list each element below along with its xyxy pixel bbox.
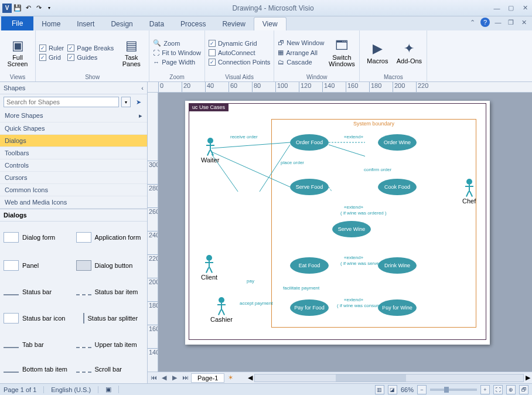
title-bar: V 💾 ↶ ↷ ▾ Drawing4 - Microsoft Visio — ▢… [0, 0, 532, 16]
page-first-icon[interactable]: ⏮ [149, 374, 158, 382]
tab-view[interactable]: View [254, 17, 287, 30]
ribbon-minimize-icon[interactable]: ⌃ [468, 18, 477, 27]
pan-zoom-icon[interactable]: ⊕ [506, 385, 516, 394]
page-tab-1[interactable]: Page-1 [191, 373, 224, 383]
shape-tab-bar[interactable]: Tab bar [2, 333, 73, 356]
autoconnect-checkbox[interactable]: AutoConnect [209, 49, 270, 56]
close-button[interactable]: ✕ [520, 4, 530, 13]
zoom-out-icon[interactable]: − [417, 385, 427, 394]
fit-page-icon[interactable]: ⛶ [493, 385, 503, 394]
shape-status-bar-item[interactable]: Status bar item [75, 280, 145, 304]
macros-button[interactable]: ▶ Macros [363, 32, 391, 73]
cascade-button[interactable]: 🗂Cascade [278, 59, 324, 66]
drawing-page[interactable]: uc Use Cases System boundary [185, 101, 490, 345]
zoom-slider[interactable] [430, 389, 477, 391]
arrange-all-button[interactable]: ▦Arrange All [278, 49, 324, 56]
usecase-order-wine[interactable]: Order Wine [378, 134, 417, 151]
shape-upper-tab-item[interactable]: Upper tab item [75, 333, 145, 356]
minimize-button[interactable]: — [492, 4, 502, 13]
new-window-button[interactable]: 🗗New Window [278, 39, 324, 46]
page-prev-icon[interactable]: ◀ [159, 374, 169, 382]
save-icon[interactable]: 💾 [13, 4, 22, 13]
redo-icon[interactable]: ↷ [34, 4, 43, 13]
presentation-mode-icon[interactable]: ▥ [375, 385, 384, 394]
page-view-icon[interactable]: ◪ [388, 385, 397, 394]
mdi-minimize-icon[interactable]: — [493, 18, 503, 27]
shape-thumb-icon [76, 294, 91, 295]
zoom-button[interactable]: 🔍Zoom [153, 39, 201, 47]
category-cursors[interactable]: Cursors [0, 172, 147, 184]
shape-thumb-icon [76, 372, 91, 373]
shape-status-bar[interactable]: Status bar [2, 280, 73, 304]
page-width-button[interactable]: ↔Page Width [153, 59, 201, 66]
category-common-icons[interactable]: Common Icons [0, 184, 147, 196]
search-dropdown-icon[interactable]: ▾ [121, 97, 131, 107]
page-next-icon[interactable]: ▶ [170, 374, 179, 382]
shape-dialog-form[interactable]: Dialog form [2, 224, 73, 251]
actor-client[interactable]: Client [201, 255, 217, 281]
switch-window-icon[interactable]: 🗗 [519, 385, 528, 394]
usecase-eat-food[interactable]: Eat Food [290, 257, 329, 274]
usecase-serve-food[interactable]: Serve Food [290, 179, 329, 195]
tab-data[interactable]: Data [141, 18, 172, 30]
tab-design[interactable]: Design [103, 18, 141, 30]
help-icon[interactable]: ? [480, 18, 490, 27]
category-web-and-media-icons[interactable]: Web and Media Icons [0, 196, 147, 209]
search-go-icon[interactable]: ➤ [133, 97, 144, 107]
shape-panel[interactable]: Panel [2, 252, 73, 279]
category-more-shapes[interactable]: More Shapes▸ [0, 110, 147, 122]
dynamic-grid-checkbox[interactable]: ✓Dynamic Grid [209, 40, 270, 47]
tab-home[interactable]: Home [33, 18, 69, 30]
undo-icon[interactable]: ↶ [23, 4, 33, 13]
new-page-icon[interactable]: ✶ [228, 374, 233, 382]
grid-checkbox[interactable]: ✓Grid [39, 54, 64, 61]
usecase-serve-wine[interactable]: Serve Wine [332, 221, 371, 237]
shape-application-form[interactable]: Application form [75, 224, 145, 251]
actor-cashier[interactable]: Cashier [210, 297, 233, 323]
search-shapes-input[interactable] [4, 97, 119, 107]
shape-thumb-icon [76, 232, 91, 243]
qat-customize-icon[interactable]: ▾ [45, 4, 54, 13]
guides-checkbox[interactable]: ✓Guides [67, 54, 114, 61]
zoom-level[interactable]: 66% [401, 386, 414, 393]
tab-file[interactable]: File [1, 16, 33, 30]
usecase-pay-for-food[interactable]: Pay for Food [290, 299, 329, 316]
shapes-collapse-icon[interactable]: ‹ [141, 84, 144, 91]
group-zoom: 🔍Zoom ⛶Fit to Window ↔Page Width Zoom [149, 30, 205, 81]
actor-waiter[interactable]: Waiter [201, 138, 219, 164]
shape-scroll-bar[interactable]: Scroll bar [75, 357, 145, 381]
addons-button[interactable]: ✦ Add-Ons [395, 32, 423, 73]
full-screen-button[interactable]: ▣ Full Screen [4, 32, 32, 73]
switch-windows-button[interactable]: 🗔 Switch Windows [328, 32, 356, 73]
usecase-cook-food[interactable]: Cook Food [378, 179, 417, 195]
tab-review[interactable]: Review [214, 18, 253, 30]
actor-chef[interactable]: Chef [462, 179, 476, 205]
shape-bottom-tab-item[interactable]: Bottom tab item [2, 357, 73, 381]
page-breaks-checkbox[interactable]: ✓Page Breaks [67, 45, 114, 52]
horizontal-scrollbar[interactable]: ◀ ▶ [246, 374, 532, 382]
maximize-button[interactable]: ▢ [506, 4, 516, 13]
connector-label: «extend» [344, 255, 363, 260]
macro-record-icon[interactable]: ▣ [105, 386, 119, 393]
fit-window-button[interactable]: ⛶Fit to Window [153, 49, 201, 56]
category-quick-shapes[interactable]: Quick Shapes [0, 122, 147, 135]
drawing-viewport[interactable]: uc Use Cases System boundary [158, 93, 532, 372]
category-dialogs[interactable]: Dialogs [0, 135, 147, 147]
mdi-close-icon[interactable]: ✕ [519, 18, 528, 27]
usecase-order-food[interactable]: Order Food [290, 134, 329, 151]
zoom-in-icon[interactable]: + [480, 385, 490, 394]
shape-status-bar-icon[interactable]: Status bar icon [2, 305, 73, 332]
ruler-checkbox[interactable]: ✓Ruler [39, 45, 64, 52]
tab-process[interactable]: Process [172, 18, 214, 30]
category-toolbars[interactable]: Toolbars [0, 147, 147, 159]
task-panes-button[interactable]: ▤ Task Panes [117, 32, 145, 73]
tab-insert[interactable]: Insert [69, 18, 103, 30]
vertical-ruler: 140160180200220240260280300 [148, 93, 158, 372]
connector-label: accept payment [240, 301, 272, 306]
mdi-restore-icon[interactable]: ❐ [506, 18, 516, 27]
shape-status-bar-splitter[interactable]: Status bar splitter [75, 305, 145, 332]
connection-points-checkbox[interactable]: ✓Connection Points [209, 59, 270, 66]
shape-dialog-button[interactable]: Dialog button [75, 252, 145, 279]
category-controls[interactable]: Controls [0, 159, 147, 172]
page-last-icon[interactable]: ⏭ [180, 374, 190, 382]
